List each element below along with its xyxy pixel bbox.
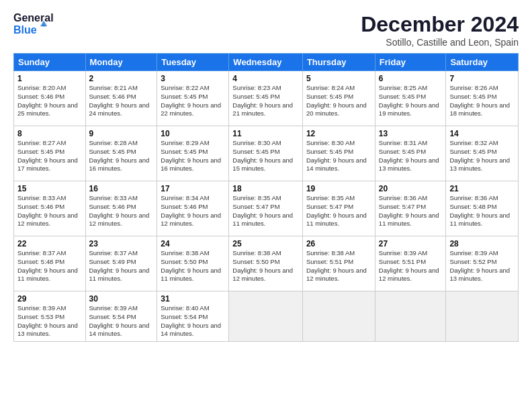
day-info: Sunrise: 8:28 AM Sunset: 5:45 PM Dayligh… <box>89 139 154 173</box>
day-info: Sunrise: 8:36 AM Sunset: 5:47 PM Dayligh… <box>379 194 443 228</box>
week-row-4: 22 Sunrise: 8:37 AM Sunset: 5:48 PM Dayl… <box>14 236 519 291</box>
calendar-cell: 3 Sunrise: 8:22 AM Sunset: 5:45 PM Dayli… <box>157 71 229 126</box>
day-number: 13 <box>379 129 443 138</box>
day-info: Sunrise: 8:26 AM Sunset: 5:45 PM Dayligh… <box>449 84 515 118</box>
week-row-5: 29 Sunrise: 8:39 AM Sunset: 5:53 PM Dayl… <box>14 291 519 342</box>
day-number: 8 <box>17 129 82 138</box>
calendar-cell <box>375 291 446 342</box>
day-info: Sunrise: 8:20 AM Sunset: 5:46 PM Dayligh… <box>17 84 82 118</box>
daylight-label: Daylight: 9 hours and 13 minutes. <box>379 156 439 173</box>
calendar-cell: 17 Sunrise: 8:34 AM Sunset: 5:46 PM Dayl… <box>157 181 229 236</box>
day-info: Sunrise: 8:38 AM Sunset: 5:51 PM Dayligh… <box>306 249 371 283</box>
calendar-cell: 28 Sunrise: 8:39 AM Sunset: 5:52 PM Dayl… <box>446 236 519 291</box>
calendar-cell: 22 Sunrise: 8:37 AM Sunset: 5:48 PM Dayl… <box>14 236 86 291</box>
calendar-cell: 6 Sunrise: 8:25 AM Sunset: 5:45 PM Dayli… <box>375 71 446 126</box>
sunrise-label: Sunrise: 8:37 AM <box>17 249 66 257</box>
calendar-cell <box>446 291 519 342</box>
sunrise-label: Sunrise: 8:33 AM <box>17 194 66 201</box>
sunrise-label: Sunrise: 8:22 AM <box>161 84 209 91</box>
sunrise-label: Sunrise: 8:35 AM <box>306 194 355 201</box>
sunset-label: Sunset: 5:54 PM <box>89 313 136 320</box>
week-row-1: 1 Sunrise: 8:20 AM Sunset: 5:46 PM Dayli… <box>14 71 519 126</box>
header: General Blue December 2024 Sotillo, Cast… <box>13 12 519 48</box>
day-number: 5 <box>306 74 371 83</box>
daylight-label: Daylight: 9 hours and 12 minutes. <box>232 267 293 283</box>
sunset-label: Sunset: 5:48 PM <box>17 258 64 265</box>
sunrise-label: Sunrise: 8:36 AM <box>379 194 427 201</box>
day-info: Sunrise: 8:40 AM Sunset: 5:54 PM Dayligh… <box>161 304 225 338</box>
sunrise-label: Sunrise: 8:28 AM <box>89 139 138 146</box>
daylight-label: Daylight: 9 hours and 14 minutes. <box>89 322 150 338</box>
day-info: Sunrise: 8:27 AM Sunset: 5:45 PM Dayligh… <box>17 139 82 173</box>
day-number: 26 <box>306 239 371 248</box>
calendar-cell: 8 Sunrise: 8:27 AM Sunset: 5:45 PM Dayli… <box>14 126 86 181</box>
day-number: 23 <box>89 239 154 248</box>
sunrise-label: Sunrise: 8:33 AM <box>89 194 138 201</box>
day-number: 31 <box>161 294 225 304</box>
header-wednesday: Wednesday <box>229 54 303 71</box>
day-number: 9 <box>89 129 154 138</box>
sunrise-label: Sunrise: 8:34 AM <box>161 194 209 201</box>
day-info: Sunrise: 8:35 AM Sunset: 5:47 PM Dayligh… <box>306 194 371 228</box>
day-number: 6 <box>379 74 443 83</box>
sunset-label: Sunset: 5:46 PM <box>17 203 64 210</box>
day-info: Sunrise: 8:33 AM Sunset: 5:46 PM Dayligh… <box>89 194 154 228</box>
day-number: 24 <box>161 239 225 248</box>
day-number: 30 <box>89 294 154 304</box>
week-row-2: 8 Sunrise: 8:27 AM Sunset: 5:45 PM Dayli… <box>14 126 519 181</box>
sunrise-label: Sunrise: 8:23 AM <box>232 84 281 91</box>
daylight-label: Daylight: 9 hours and 13 minutes. <box>17 322 78 338</box>
sunrise-label: Sunrise: 8:30 AM <box>232 139 281 146</box>
sunset-label: Sunset: 5:45 PM <box>232 148 279 155</box>
sunset-label: Sunset: 5:53 PM <box>17 313 64 320</box>
sunset-label: Sunset: 5:46 PM <box>89 203 136 210</box>
calendar-cell: 5 Sunrise: 8:24 AM Sunset: 5:45 PM Dayli… <box>302 71 375 126</box>
sunset-label: Sunset: 5:45 PM <box>232 93 279 100</box>
calendar-cell: 20 Sunrise: 8:36 AM Sunset: 5:47 PM Dayl… <box>375 181 446 236</box>
day-info: Sunrise: 8:30 AM Sunset: 5:45 PM Dayligh… <box>306 139 371 173</box>
day-number: 15 <box>17 184 82 193</box>
day-info: Sunrise: 8:23 AM Sunset: 5:45 PM Dayligh… <box>232 84 299 118</box>
calendar-cell: 26 Sunrise: 8:38 AM Sunset: 5:51 PM Dayl… <box>302 236 375 291</box>
daylight-label: Daylight: 9 hours and 19 minutes. <box>379 101 439 118</box>
sunrise-label: Sunrise: 8:39 AM <box>379 249 427 257</box>
sunrise-label: Sunrise: 8:30 AM <box>306 139 355 146</box>
daylight-label: Daylight: 9 hours and 14 minutes. <box>161 322 221 338</box>
sunset-label: Sunset: 5:46 PM <box>161 203 208 210</box>
sunrise-label: Sunrise: 8:27 AM <box>17 139 66 146</box>
sunrise-label: Sunrise: 8:38 AM <box>232 249 281 257</box>
daylight-label: Daylight: 9 hours and 11 minutes. <box>379 212 439 228</box>
sunset-label: Sunset: 5:47 PM <box>306 203 353 210</box>
calendar-cell: 27 Sunrise: 8:39 AM Sunset: 5:51 PM Dayl… <box>375 236 446 291</box>
day-number: 14 <box>449 129 515 138</box>
sunrise-label: Sunrise: 8:37 AM <box>89 249 138 257</box>
daylight-label: Daylight: 9 hours and 15 minutes. <box>232 156 293 173</box>
daylight-label: Daylight: 9 hours and 16 minutes. <box>161 156 221 173</box>
header-saturday: Saturday <box>446 54 519 71</box>
sunrise-label: Sunrise: 8:40 AM <box>161 304 209 312</box>
sunset-label: Sunset: 5:54 PM <box>161 313 208 320</box>
day-info: Sunrise: 8:33 AM Sunset: 5:46 PM Dayligh… <box>17 194 82 228</box>
sunset-label: Sunset: 5:50 PM <box>161 258 208 265</box>
sunset-label: Sunset: 5:50 PM <box>232 258 279 265</box>
day-number: 29 <box>17 294 82 304</box>
daylight-label: Daylight: 9 hours and 12 minutes. <box>161 212 221 228</box>
daylight-label: Daylight: 9 hours and 13 minutes. <box>449 156 510 173</box>
daylight-label: Daylight: 9 hours and 11 minutes. <box>232 212 293 228</box>
calendar-cell: 13 Sunrise: 8:31 AM Sunset: 5:45 PM Dayl… <box>375 126 446 181</box>
daylight-label: Daylight: 9 hours and 24 minutes. <box>89 101 150 118</box>
day-number: 1 <box>17 74 82 83</box>
calendar-cell: 14 Sunrise: 8:32 AM Sunset: 5:45 PM Dayl… <box>446 126 519 181</box>
header-thursday: Thursday <box>302 54 375 71</box>
day-info: Sunrise: 8:39 AM Sunset: 5:53 PM Dayligh… <box>17 304 82 338</box>
sunset-label: Sunset: 5:52 PM <box>449 258 496 265</box>
calendar-cell: 7 Sunrise: 8:26 AM Sunset: 5:45 PM Dayli… <box>446 71 519 126</box>
calendar-cell <box>229 291 303 342</box>
daylight-label: Daylight: 9 hours and 11 minutes. <box>449 212 510 228</box>
day-info: Sunrise: 8:38 AM Sunset: 5:50 PM Dayligh… <box>161 249 225 283</box>
calendar-cell: 2 Sunrise: 8:21 AM Sunset: 5:46 PM Dayli… <box>85 71 157 126</box>
sunset-label: Sunset: 5:49 PM <box>89 258 136 265</box>
calendar-table: Sunday Monday Tuesday Wednesday Thursday… <box>13 53 519 342</box>
daylight-label: Daylight: 9 hours and 20 minutes. <box>306 101 367 118</box>
day-number: 22 <box>17 239 82 248</box>
